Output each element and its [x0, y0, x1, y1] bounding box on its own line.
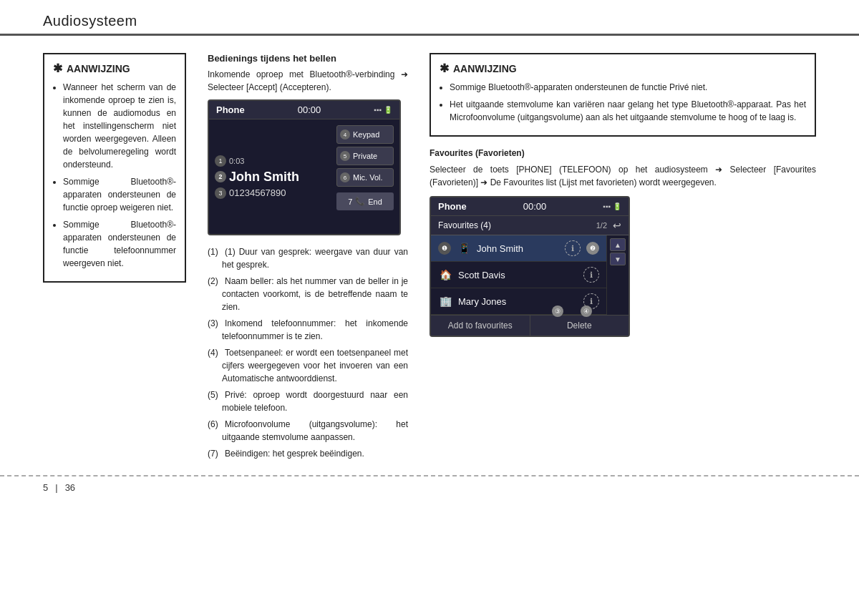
phone-contact-icon: 📱 — [457, 243, 471, 254]
fav-phone-time: 00:00 — [523, 201, 547, 212]
private-button[interactable]: 5 Private — [336, 147, 394, 165]
num2-badge: 2 — [215, 171, 226, 182]
page-header: Audiosysteem — [0, 0, 859, 36]
list-item: Wanneer het scherm van de inkomende opro… — [63, 81, 176, 171]
list-item: (3)Inkomend telefoonnummer: het inkomend… — [208, 317, 408, 343]
fav-item-mary-jones[interactable]: 🏢 Mary Jones ℹ ③ ④ — [431, 288, 606, 315]
center-column: Bedienings tijdens het bellen Inkomende … — [208, 53, 408, 464]
right-column: ✱ AANWIJZING Sommige Bluetooth®-apparate… — [430, 53, 816, 464]
page-footer: 5 | 36 — [0, 475, 859, 499]
left-column: ✱ AANWIJZING Wanneer het scherm van de i… — [43, 53, 186, 464]
fav-phone-header: Phone 00:00 ▪▪▪ 🔋 — [431, 197, 629, 216]
fav-name-scott: Scott Davis — [458, 270, 578, 280]
fav-num1: ❶ — [438, 242, 451, 255]
scroll-up-button[interactable]: ▲ — [610, 238, 626, 251]
list-item: Sommige Bluetooth®-apparaten ondersteune… — [450, 81, 806, 94]
left-aanwijzing-list: Wanneer het scherm van de inkomende opro… — [53, 81, 176, 270]
fav-item-scott-davis[interactable]: 🏠 Scott Davis ℹ — [431, 262, 606, 288]
page-title: Audiosysteem — [43, 13, 816, 29]
fav-name-mary: Mary Jones — [458, 296, 578, 307]
favourites-screen: Phone 00:00 ▪▪▪ 🔋 Favourites (4) 1/2 ↩ — [430, 196, 630, 337]
num3-badge: 3 — [215, 187, 226, 199]
fav-phone-icons: ▪▪▪ 🔋 — [603, 202, 621, 210]
phone-right-panel: 4 Keypad 5 Private 6 Mic. Vol. 7 📞 En — [336, 125, 394, 228]
phone-body: 1 0:03 2 John Smith 3 01234567890 4 — [209, 119, 399, 234]
favourites-heading: Favourites (Favorieten) — [430, 147, 816, 160]
fav-list: ❶ 📱 John Smith ℹ ❷ 🏠 Scott Davis ℹ � — [431, 235, 606, 315]
phone-icon: 📞 — [355, 197, 365, 206]
page-number: 5 — [43, 482, 48, 493]
right-aanwijzing-title: ✱ AANWIJZING — [440, 62, 806, 75]
asterisk-icon-right: ✱ — [440, 62, 449, 75]
fav-num2: ❷ — [586, 242, 599, 255]
phone-left-panel: 1 0:03 2 John Smith 3 01234567890 — [215, 125, 332, 228]
duration-text: 0:03 — [229, 157, 244, 165]
page-divider: | — [55, 482, 57, 493]
phone-title: Phone — [216, 104, 245, 115]
fav-name-john: John Smith — [477, 243, 559, 254]
fav-footer: Add to favourites Delete — [431, 315, 629, 336]
list-item: Sommige Bluetooth®-apparaten ondersteune… — [63, 175, 176, 214]
home-contact-icon: 🏠 — [438, 269, 452, 280]
list-item: (6)Microfoonvolume (uitgangsvolume): het… — [208, 418, 408, 444]
asterisk-icon: ✱ — [53, 62, 62, 75]
num7-badge: 7 — [348, 197, 352, 206]
keypad-button[interactable]: 4 Keypad — [336, 125, 394, 144]
favourites-text: Selecteer de toets [PHONE] (TELEFOON) op… — [430, 163, 816, 189]
caller-number: 3 01234567890 — [215, 187, 332, 199]
signal-icon: ▪▪▪ — [603, 202, 611, 210]
instructions-list: (1)(1) Duur van gesprek: weergave van du… — [208, 245, 408, 460]
phone-icons: ▪▪▪ 🔋 — [374, 106, 392, 114]
list-item: Sommige Bluetooth®-apparaten ondersteune… — [63, 218, 176, 270]
battery-icon: 🔋 — [613, 202, 621, 210]
mic-button[interactable]: 6 Mic. Vol. — [336, 168, 394, 187]
fav-subheader: Favourites (4) 1/2 ↩ — [431, 216, 629, 235]
phone-header: Phone 00:00 ▪▪▪ 🔋 — [209, 101, 399, 119]
fav-item-john-smith[interactable]: ❶ 📱 John Smith ℹ ❷ — [431, 235, 606, 262]
call-duration: 1 0:03 — [215, 155, 332, 167]
section-number: 36 — [65, 482, 75, 493]
info-icon-scott[interactable]: ℹ — [583, 267, 599, 283]
phone-screen: Phone 00:00 ▪▪▪ 🔋 1 0:03 2 John Smith — [208, 99, 401, 235]
fav-count-label: Favourites (4) — [438, 220, 491, 230]
num1-badge: 1 — [215, 155, 226, 167]
delete-button[interactable]: Delete — [530, 316, 629, 336]
list-item: (4)Toetsenpaneel: er wordt een toetsenpa… — [208, 346, 408, 385]
main-content: ✱ AANWIJZING Wanneer het scherm van de i… — [0, 36, 859, 475]
fav-page-num: 1/2 — [596, 221, 607, 230]
fav-scroll-controls: ▲ ▼ — [606, 235, 629, 315]
fav-phone-title: Phone — [438, 201, 467, 212]
right-aanwijzing-box: ✱ AANWIJZING Sommige Bluetooth®-apparate… — [430, 53, 816, 137]
list-item: (5)Privé: oproep wordt doorgestuurd naar… — [208, 388, 408, 414]
list-item: (1)(1) Duur van gesprek: weergave van du… — [208, 245, 408, 271]
list-item: Het uitgaande stemvolume kan variëren na… — [450, 98, 806, 124]
back-icon[interactable]: ↩ — [613, 220, 621, 231]
num6-badge: 6 — [340, 172, 350, 182]
right-aanwijzing-list: Sommige Bluetooth®-apparaten ondersteune… — [440, 81, 806, 124]
num4-badge: 4 — [340, 129, 350, 140]
num5-badge: 5 — [340, 151, 350, 161]
phone-time: 00:00 — [298, 104, 321, 115]
add-favourites-button[interactable]: Add to favourites — [431, 316, 530, 336]
work-contact-icon: 🏢 — [438, 295, 452, 307]
fav-list-area: ❶ 📱 John Smith ℹ ❷ 🏠 Scott Davis ℹ � — [431, 235, 629, 315]
bedienings-text: Inkomende oproep met Bluetooth®-verbindi… — [208, 68, 408, 94]
battery-icon: 🔋 — [384, 106, 392, 114]
scroll-down-button[interactable]: ▼ — [610, 253, 626, 265]
signal-icon: ▪▪▪ — [374, 106, 382, 114]
info-icon-john[interactable]: ℹ — [565, 240, 581, 256]
end-button[interactable]: 7 📞 End — [336, 192, 394, 210]
bedienings-heading: Bedienings tijdens het bellen — [208, 53, 408, 64]
list-item: (2)Naam beller: als het nummer van de be… — [208, 275, 408, 313]
caller-name: 2 John Smith — [215, 170, 332, 185]
left-aanwijzing-box: ✱ AANWIJZING Wanneer het scherm van de i… — [43, 53, 186, 283]
list-item: (7)Beëindigen: het gesprek beëindigen. — [208, 447, 408, 460]
left-aanwijzing-title: ✱ AANWIJZING — [53, 62, 176, 75]
